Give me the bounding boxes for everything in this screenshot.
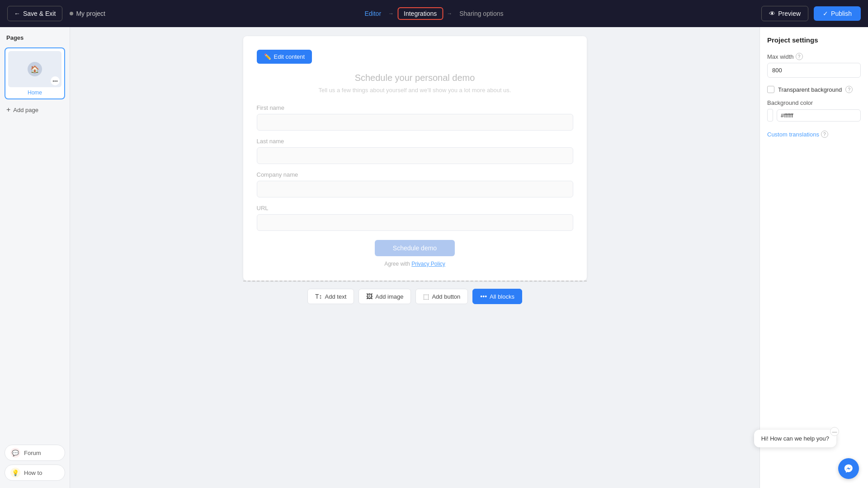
- form-title: Schedule your personal demo: [257, 73, 573, 83]
- sidebar-bottom: 💬 Forum 💡 How to: [5, 445, 65, 481]
- eye-icon: 👁: [769, 10, 775, 17]
- add-image-button[interactable]: 🖼 Add image: [359, 289, 411, 304]
- form-subtitle: Tell us a few things about yourself and …: [257, 87, 573, 94]
- project-name: My project: [70, 10, 105, 17]
- save-exit-label: Save & Exit: [23, 10, 56, 17]
- publish-label: Publish: [831, 10, 852, 17]
- transparent-help-icon[interactable]: ?: [845, 86, 853, 93]
- lastname-label: Last name: [257, 138, 573, 145]
- nav-right: 👁 Preview ✓ Publish: [761, 6, 861, 21]
- arrow-icon-2: →: [447, 10, 452, 17]
- chat-close-button[interactable]: —: [830, 427, 839, 436]
- edit-content-label: Edit content: [274, 53, 305, 60]
- firstname-label: First name: [257, 104, 573, 111]
- page-card-label: Home: [8, 89, 61, 96]
- page-card-menu-button[interactable]: •••: [51, 76, 60, 85]
- howto-link[interactable]: 💡 How to: [5, 465, 65, 481]
- save-exit-button[interactable]: ← Save & Exit: [7, 6, 62, 21]
- max-width-label: Max width ?: [767, 53, 861, 60]
- main-layout: Pages 🏠 ••• Home + Add page 💬 Forum 💡 Ho…: [0, 27, 868, 488]
- add-blocks-bar: T↕ Add text 🖼 Add image ⬚ Add button •••…: [243, 282, 587, 311]
- top-navigation: ← Save & Exit My project Editor → Integr…: [0, 0, 868, 27]
- url-input[interactable]: [257, 214, 573, 231]
- text-icon: T↕: [315, 293, 322, 300]
- plus-icon: +: [6, 106, 10, 114]
- chat-bubble: Hi! How can we help you? —: [754, 430, 836, 447]
- transparent-bg-checkbox[interactable]: [767, 86, 774, 93]
- dot-indicator: [70, 12, 73, 15]
- bg-color-label: Background color: [767, 99, 861, 106]
- edit-content-button[interactable]: ✏️ Edit content: [257, 50, 312, 64]
- dots-icon: •••: [480, 293, 487, 300]
- page-card-inner: 🏠 •••: [8, 51, 61, 87]
- howto-icon: 💡: [10, 468, 20, 478]
- page-thumbnail-icon: 🏠: [28, 62, 42, 76]
- check-icon: ✓: [823, 10, 828, 17]
- custom-translations-link[interactable]: Custom translations ?: [767, 131, 861, 138]
- forum-icon: 💬: [10, 448, 20, 458]
- form-field-lastname: Last name: [257, 138, 573, 164]
- submit-label: Schedule demo: [393, 244, 437, 252]
- publish-button[interactable]: ✓ Publish: [814, 6, 861, 21]
- sidebar: Pages 🏠 ••• Home + Add page 💬 Forum 💡 Ho…: [0, 27, 70, 488]
- max-width-help-icon[interactable]: ?: [796, 53, 803, 60]
- forum-label: Forum: [24, 450, 41, 456]
- color-input[interactable]: #ffffff: [777, 109, 861, 122]
- transparent-bg-row: Transparent background ?: [767, 86, 861, 93]
- lastname-input[interactable]: [257, 147, 573, 164]
- nav-steps: Editor → Integrations → Sharing options: [361, 7, 507, 20]
- bg-color-row: #ffffff: [767, 109, 861, 122]
- add-page-button[interactable]: + Add page: [5, 104, 65, 116]
- form-field-url: URL: [257, 205, 573, 231]
- preview-label: Preview: [778, 10, 801, 17]
- firstname-input[interactable]: [257, 114, 573, 131]
- chat-area: Hi! How can we help you? —: [754, 430, 836, 452]
- content-area: ✏️ Edit content Schedule your personal d…: [70, 27, 760, 488]
- add-button-button[interactable]: ⬚ Add button: [415, 289, 468, 304]
- schedule-demo-button[interactable]: Schedule demo: [375, 240, 455, 256]
- url-label: URL: [257, 205, 573, 211]
- arrow-icon-1: →: [388, 10, 394, 17]
- all-blocks-button[interactable]: ••• All blocks: [472, 289, 522, 304]
- nav-step-editor[interactable]: Editor: [361, 8, 385, 19]
- form-agree: Agree with Privacy Policy: [257, 261, 573, 267]
- sidebar-title: Pages: [5, 34, 65, 41]
- forum-link[interactable]: 💬 Forum: [5, 445, 65, 461]
- add-text-button[interactable]: T↕ Add text: [307, 289, 354, 304]
- form-field-firstname: First name: [257, 104, 573, 131]
- transparent-bg-label: Transparent background: [778, 86, 842, 93]
- chat-icon-button[interactable]: [838, 458, 859, 479]
- company-label: Company name: [257, 171, 573, 178]
- preview-button[interactable]: 👁 Preview: [761, 6, 808, 21]
- max-width-input[interactable]: 800: [767, 63, 861, 78]
- form-field-company: Company name: [257, 171, 573, 197]
- pencil-icon: ✏️: [264, 53, 271, 60]
- add-blocks-row: T↕ Add text 🖼 Add image ⬚ Add button •••…: [243, 281, 587, 311]
- privacy-policy-link[interactable]: Privacy Policy: [411, 261, 445, 267]
- button-icon: ⬚: [423, 293, 429, 300]
- right-panel: Project settings Max width ? 800 Transpa…: [760, 27, 868, 488]
- add-page-label: Add page: [13, 107, 38, 113]
- form-preview-container: ✏️ Edit content Schedule your personal d…: [243, 36, 587, 281]
- messenger-icon: [844, 464, 854, 474]
- panel-title: Project settings: [767, 36, 861, 44]
- color-swatch[interactable]: [767, 109, 773, 122]
- custom-translations-help-icon[interactable]: ?: [821, 131, 828, 138]
- arrow-left-icon: ←: [14, 10, 20, 17]
- nav-step-sharing[interactable]: Sharing options: [456, 8, 507, 19]
- company-input[interactable]: [257, 181, 573, 197]
- nav-step-integrations[interactable]: Integrations: [397, 7, 443, 20]
- page-card-home[interactable]: 🏠 ••• Home: [5, 47, 65, 99]
- howto-label: How to: [24, 469, 42, 476]
- image-icon: 🖼: [366, 293, 373, 300]
